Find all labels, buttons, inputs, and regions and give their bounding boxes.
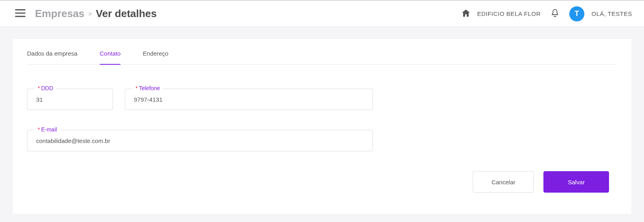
tab-contact[interactable]: Contato [100,50,121,65]
email-label: *E-mail [35,126,60,133]
tabs: Dados da empresa Contato Endereço [27,39,617,65]
home-icon[interactable] [462,10,470,18]
form-actions: Cancelar Salvar [27,171,617,193]
svg-rect-0 [15,9,25,10]
breadcrumb-current: Ver detalhes [96,8,157,20]
app-header: Empresas > Ver detalhes EDIFICIO BELA FL… [0,0,644,27]
bell-icon[interactable] [551,9,559,19]
phone-input[interactable] [125,89,372,110]
header-right: EDIFICIO BELA FLOR T OLÁ, TESTES [462,6,632,21]
phone-label: *Telefone [132,85,163,91]
greeting-label: OLÁ, TESTES [592,10,632,17]
svg-rect-2 [15,15,25,17]
breadcrumb-root[interactable]: Empresas [35,8,84,20]
ddd-label: *DDD [35,85,56,91]
tab-company-data[interactable]: Dados da empresa [27,50,78,64]
menu-icon[interactable] [15,9,25,19]
ddd-input[interactable] [27,89,113,110]
email-input[interactable] [27,130,372,151]
phone-field-wrapper: *Telefone [125,89,373,110]
cancel-button[interactable]: Cancelar [473,171,534,193]
building-label[interactable]: EDIFICIO BELA FLOR [477,10,541,17]
details-card: Dados da empresa Contato Endereço *DDD *… [13,39,631,214]
ddd-field-wrapper: *DDD [27,89,113,110]
svg-rect-1 [15,12,25,14]
save-button[interactable]: Salvar [543,171,609,193]
avatar[interactable]: T [569,6,584,21]
tab-address[interactable]: Endereço [143,50,168,64]
breadcrumb-separator: > [88,10,92,17]
email-field-wrapper: *E-mail [27,130,373,151]
